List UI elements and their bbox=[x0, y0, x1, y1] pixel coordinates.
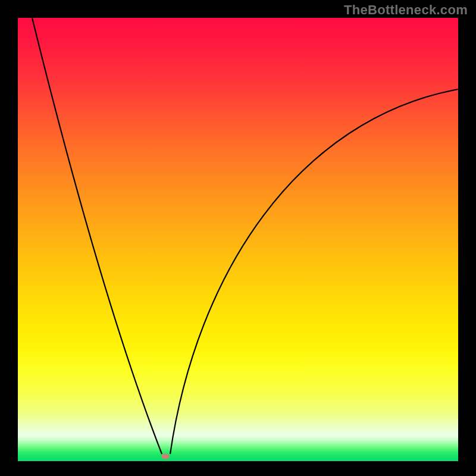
watermark-text: TheBottleneck.com bbox=[344, 2, 468, 18]
curve-right-branch bbox=[170, 89, 458, 454]
curve-left-branch bbox=[32, 18, 162, 454]
gradient-plot-area bbox=[18, 18, 458, 461]
chart-frame: TheBottleneck.com bbox=[0, 0, 476, 476]
bottleneck-curve bbox=[18, 18, 458, 461]
minimum-marker bbox=[162, 454, 170, 459]
